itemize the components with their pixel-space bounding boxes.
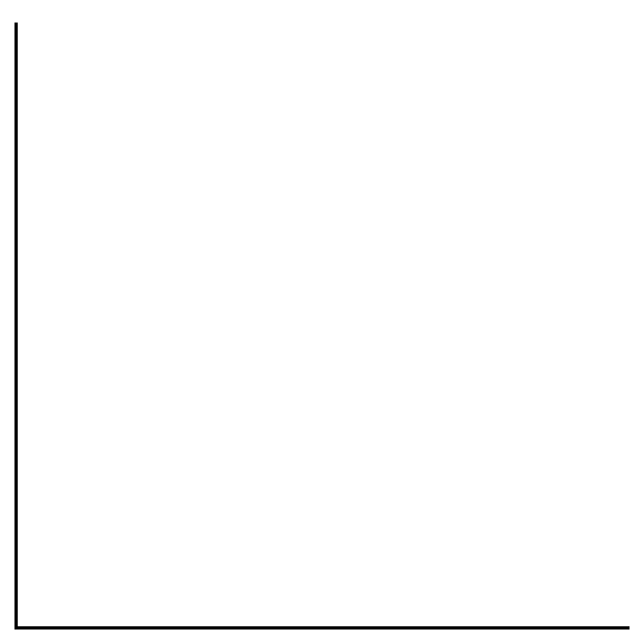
- chart-frame: [0, 0, 644, 644]
- plot-area: [14, 23, 630, 630]
- bottleneck-curve: [18, 23, 630, 626]
